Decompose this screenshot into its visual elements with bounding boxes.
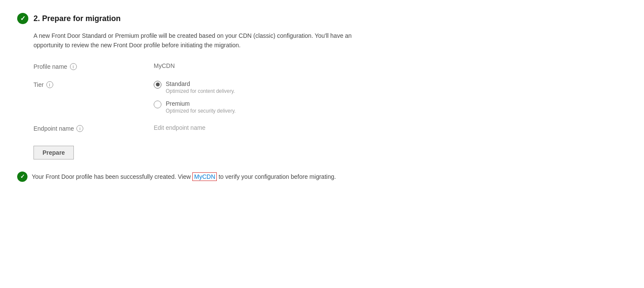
- section-description: A new Front Door Standard or Premium pro…: [33, 31, 420, 50]
- profile-name-value: MyCDN: [154, 62, 175, 69]
- tier-row: Tier i Standard Optimized for content de…: [33, 80, 627, 114]
- mycdn-link[interactable]: MyCDN: [192, 172, 217, 181]
- form-area: Profile name i MyCDN Tier i Standard O: [33, 62, 627, 172]
- profile-name-label: Profile name i: [33, 62, 154, 70]
- tier-standard-label: Standard Optimized for content delivery.: [166, 80, 235, 94]
- completed-check-icon: [17, 13, 28, 24]
- tier-radio-standard[interactable]: [154, 81, 161, 89]
- tier-radio-standard-inner: [156, 83, 160, 86]
- success-message-row: Your Front Door profile has been success…: [17, 172, 627, 182]
- profile-name-row: Profile name i MyCDN: [33, 62, 627, 70]
- tier-option-standard[interactable]: Standard Optimized for content delivery.: [154, 80, 236, 94]
- section-title: 2. Prepare for migration: [33, 14, 121, 23]
- section-header: 2. Prepare for migration: [17, 13, 627, 24]
- tier-label: Tier i: [33, 80, 154, 88]
- tier-premium-desc: Optimized for security delivery.: [166, 108, 236, 114]
- tier-radio-premium[interactable]: [154, 101, 161, 108]
- tier-options: Standard Optimized for content delivery.…: [154, 80, 236, 114]
- tier-standard-desc: Optimized for content delivery.: [166, 88, 235, 94]
- success-text: Your Front Door profile has been success…: [32, 173, 336, 180]
- profile-name-info-icon[interactable]: i: [70, 63, 77, 70]
- endpoint-name-info-icon[interactable]: i: [76, 125, 83, 132]
- tier-info-icon[interactable]: i: [46, 81, 53, 88]
- tier-premium-name: Premium: [166, 100, 236, 107]
- tier-standard-name: Standard: [166, 80, 235, 87]
- endpoint-name-value[interactable]: Edit endpoint name: [154, 124, 206, 131]
- prepare-button[interactable]: Prepare: [33, 146, 74, 159]
- tier-option-premium[interactable]: Premium Optimized for security delivery.: [154, 100, 236, 114]
- endpoint-name-label: Endpoint name i: [33, 124, 154, 132]
- endpoint-name-row: Endpoint name i Edit endpoint name: [33, 124, 627, 132]
- tier-premium-label: Premium Optimized for security delivery.: [166, 100, 236, 114]
- section-container: 2. Prepare for migration A new Front Doo…: [17, 13, 627, 182]
- success-check-icon: [17, 172, 27, 182]
